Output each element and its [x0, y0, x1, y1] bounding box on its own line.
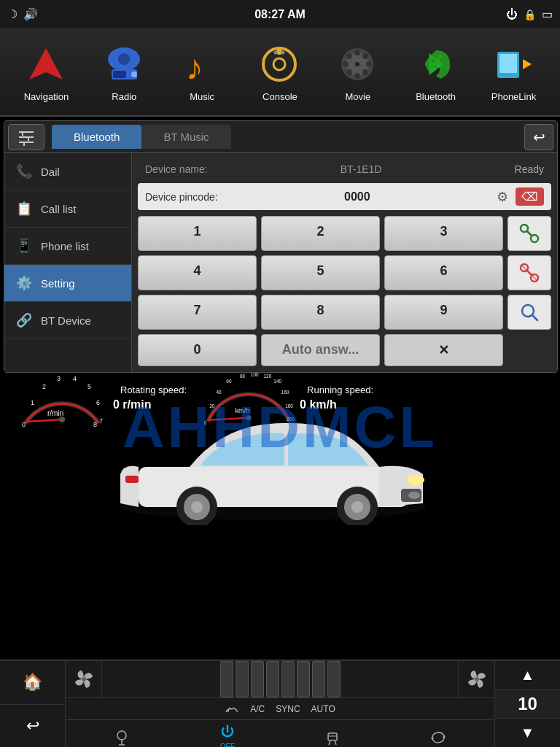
svg-text:120: 120: [264, 374, 272, 379]
svg-point-18: [343, 61, 349, 67]
key-7[interactable]: 7: [138, 295, 257, 330]
cancel-btn[interactable]: ✕: [384, 334, 503, 366]
svg-point-8: [273, 58, 285, 70]
pincode-label: Device pincode:: [145, 191, 218, 203]
sidebar-phonelist[interactable]: 📱 Phone list: [4, 228, 131, 265]
key-1[interactable]: 1: [138, 216, 257, 251]
svg-text:60: 60: [226, 379, 232, 384]
temp-up-btn[interactable]: ▲: [495, 661, 560, 690]
auto-answer-btn[interactable]: Auto answ...: [261, 334, 380, 366]
svg-marker-0: [29, 48, 63, 80]
key-4[interactable]: 4: [138, 255, 257, 290]
fan-seg-5: [281, 661, 295, 697]
disconnect-button[interactable]: [508, 255, 551, 290]
sidebar-btdevice[interactable]: 🔗 BT Device: [4, 302, 131, 339]
svg-line-79: [532, 315, 537, 320]
svg-point-80: [82, 677, 86, 681]
calllist-icon: 📋: [16, 201, 32, 217]
app-radio[interactable]: Radio: [91, 43, 157, 102]
fan-left-btn[interactable]: [66, 661, 102, 697]
phonelink-label: PhoneLink: [491, 91, 536, 102]
bt-sidebar: 📞 Dail 📋 Call list 📱 Phone list ⚙️ Setti…: [4, 153, 132, 372]
fan-seg-6: [297, 661, 310, 697]
vent-feet-btn[interactable]: [324, 729, 341, 746]
fan-right-btn[interactable]: [458, 661, 494, 697]
sidebar-calllist[interactable]: 📋 Call list: [4, 190, 131, 228]
ac-bottom-controls: OFF: [66, 720, 494, 747]
svg-point-23: [346, 69, 352, 75]
svg-rect-68: [28, 136, 29, 141]
ac-power-btn[interactable]: OFF: [219, 724, 236, 747]
temp-display: 10: [495, 690, 560, 719]
rpm-gauge: 0 1 2 3 4 5 6 7 r/min 8: [15, 365, 109, 430]
key-8[interactable]: 8: [261, 295, 380, 330]
svg-rect-25: [499, 54, 517, 73]
vent-face-btn[interactable]: [113, 729, 131, 746]
pincode-gear-icon[interactable]: ⚙: [497, 189, 508, 205]
app-navigation[interactable]: Navigation: [13, 43, 79, 102]
connect-button[interactable]: [508, 216, 551, 251]
key-6[interactable]: 6: [384, 255, 503, 290]
console-icon: [258, 43, 302, 87]
back-button[interactable]: ↩: [524, 124, 553, 150]
phonelink-icon: [491, 43, 535, 87]
sidebar-dial[interactable]: 📞 Dail: [4, 153, 131, 190]
key-2[interactable]: 2: [261, 216, 380, 251]
svg-point-5: [131, 71, 137, 77]
settings-tab-btn[interactable]: [8, 124, 44, 150]
volume-icon: 🔊: [23, 7, 38, 21]
app-movie[interactable]: Movie: [325, 43, 391, 102]
app-grid: Navigation Radio ♪ Music: [0, 29, 560, 117]
key-0[interactable]: 0: [138, 334, 257, 366]
setting-label: Setting: [41, 277, 75, 290]
app-console[interactable]: Console: [247, 43, 313, 102]
sidebar-setting[interactable]: ⚙️ Setting: [4, 265, 131, 302]
back-nav-button[interactable]: ↩: [0, 705, 65, 748]
bluetooth-panel: Bluetooth BT Music ↩ 📞 Dail 📋 Call list …: [4, 120, 558, 373]
radio-icon: [102, 43, 146, 87]
svg-text:2: 2: [42, 383, 46, 390]
svg-rect-70: [23, 142, 25, 146]
bt-content: 📞 Dail 📋 Call list 📱 Phone list ⚙️ Setti…: [4, 153, 557, 372]
movie-label: Movie: [345, 91, 370, 102]
key-9[interactable]: 9: [384, 295, 503, 330]
tab-bt-music[interactable]: BT Music: [141, 125, 230, 149]
keypad-grid: 1 2 3 4 5 6: [138, 216, 551, 366]
pincode-delete-btn[interactable]: ⌫: [516, 187, 544, 206]
app-music[interactable]: ♪ Music: [169, 43, 235, 102]
ac-label-auto: AUTO: [311, 704, 335, 714]
btdevice-label: BT Device: [41, 314, 91, 327]
svg-text:1: 1: [31, 399, 34, 406]
key-5[interactable]: 5: [261, 255, 380, 290]
tab-bluetooth[interactable]: Bluetooth: [52, 125, 141, 149]
console-label: Console: [262, 91, 298, 102]
svg-rect-85: [328, 733, 337, 740]
key-3[interactable]: 3: [384, 216, 503, 251]
svg-point-36: [59, 417, 65, 422]
pincode-value: 0000: [225, 190, 489, 204]
svg-text:5: 5: [88, 383, 91, 390]
movie-icon: [336, 43, 380, 87]
radio-label: Radio: [112, 91, 136, 102]
ac-on-label: OFF: [220, 743, 235, 747]
recirculate-btn[interactable]: [429, 729, 447, 746]
ac-controls: A/C SYNC AUTO OFF: [66, 661, 494, 747]
svg-text:6: 6: [96, 399, 100, 406]
svg-point-72: [531, 235, 538, 242]
home-button[interactable]: 🏠: [0, 661, 65, 705]
navigation-label: Navigation: [24, 91, 69, 102]
search-button[interactable]: [508, 295, 551, 330]
svg-text:0: 0: [22, 421, 26, 428]
svg-point-81: [475, 677, 479, 681]
app-phonelink[interactable]: PhoneLink: [481, 43, 546, 102]
bluetooth-label: Bluetooth: [416, 91, 456, 102]
temp-down-btn[interactable]: ▼: [495, 718, 560, 747]
svg-line-87: [329, 740, 330, 745]
music-label: Music: [190, 91, 214, 102]
device-name-label: Device name:: [145, 163, 208, 175]
svg-point-22: [362, 53, 368, 59]
app-bluetooth[interactable]: Bluetooth: [403, 43, 469, 102]
fan-speed-row: [66, 661, 494, 698]
svg-line-88: [335, 740, 336, 745]
calllist-label: Call list: [41, 203, 76, 215]
